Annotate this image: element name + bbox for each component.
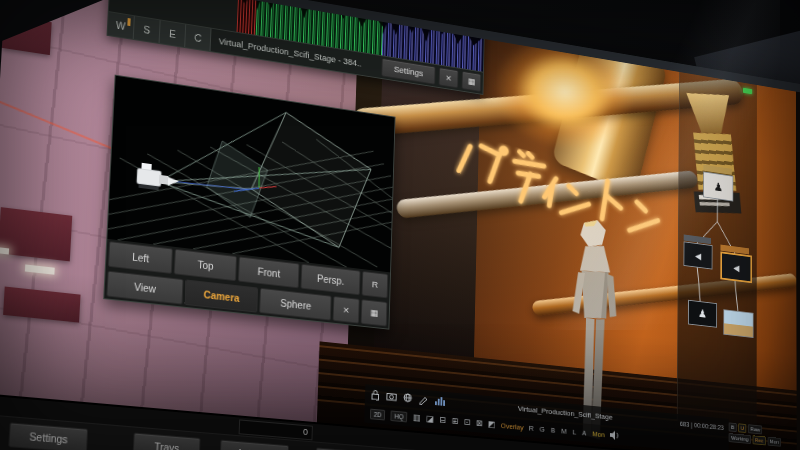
channel-m[interactable]: M [561,426,567,435]
tab-view[interactable]: View [106,271,183,305]
close-icon[interactable]: × [439,67,459,88]
b-toggle[interactable]: B [729,422,737,432]
raw-toggle[interactable]: Raw [748,424,762,434]
u-toggle[interactable]: U [738,423,746,433]
screen: W S E C Virtual_Production_Scifi_Stage -… [0,0,800,450]
rec-space-button[interactable]: Rec [753,435,766,445]
mode-2d-button[interactable]: 2D [370,408,385,420]
node-figure-thumb[interactable]: ♟ [703,171,733,201]
active-tick [127,18,130,26]
photo-canvas: W S E C Virtual_Production_Scifi_Stage -… [0,0,800,450]
r-button[interactable]: R [362,271,389,298]
node-matte-a[interactable]: ◀ [683,241,712,269]
node-matte-b-selected[interactable]: ◀ [720,251,752,283]
animate-menu-button[interactable]: Animate [220,440,290,450]
channel-g[interactable]: G [540,424,546,433]
zoom-fit-icon[interactable]: ⊠ [476,418,483,428]
node-figure-dark-thumb[interactable]: ♟ [688,300,717,328]
scene-gold-machinery [677,92,749,224]
settings-menu-button[interactable]: Settings [8,422,88,450]
channel-b[interactable]: B [551,425,556,434]
grid-icon[interactable]: ▦ [361,299,388,326]
diagonal-icon[interactable]: ◩ [488,419,496,429]
tab-camera[interactable]: Camera [184,279,258,312]
s-button[interactable]: S [134,16,161,43]
status-led [743,88,752,95]
e-button[interactable]: E [160,20,187,47]
lock-icon[interactable] [371,389,381,401]
frame-icon[interactable]: ⊡ [464,417,471,427]
tab-sphere[interactable]: Sphere [259,288,331,321]
overlay-toggle[interactable]: Overlay [501,421,524,431]
pen-icon[interactable] [419,394,429,405]
split-screen-icon[interactable]: ▥ [413,412,421,422]
speaker-icon[interactable] [610,430,620,440]
monitor: W S E C Virtual_Production_Scifi_Stage -… [0,0,800,450]
mode-hq-button[interactable]: HQ [391,410,408,422]
wipe-icon[interactable]: ◪ [426,414,434,424]
working-space-button[interactable]: Working [729,433,751,444]
close-icon[interactable]: × [333,296,360,323]
channel-l[interactable]: L [573,427,578,436]
globe-icon[interactable] [403,393,412,403]
compare-minus-icon[interactable]: ⊟ [439,415,446,425]
channel-r[interactable]: R [529,423,535,432]
grid-icon[interactable]: ▦ [462,71,482,92]
camera-viewport-panel: Left Top Front Persp. R View Camera Sphe… [103,75,395,330]
c-button[interactable]: C [185,25,211,52]
w-button[interactable]: W [108,12,135,39]
trays-menu-button[interactable]: Trays [133,433,201,450]
camera-icon[interactable] [386,391,396,401]
node-graph-panel: ♟ ◀ ◀ ♟ [677,72,757,429]
frame-value-field[interactable]: 0 [239,419,313,440]
compare-plus-icon[interactable]: ⊞ [451,416,458,426]
mon-space-button[interactable]: Mon [767,437,781,447]
levels-icon[interactable] [435,396,446,406]
timecode: 683 | 00:00:28:23 [680,420,724,430]
node-backdrop-thumb[interactable] [723,309,753,338]
channel-a[interactable]: A [582,428,587,437]
monitor-toggle[interactable]: Mon [592,429,605,438]
